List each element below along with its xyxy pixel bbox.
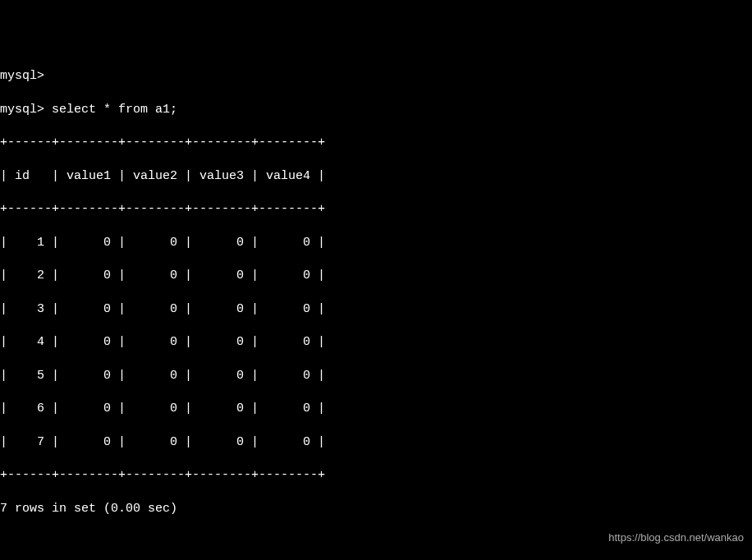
table-row: | 2 | 0 | 0 | 0 | 0 | (0, 268, 752, 284)
table1-summary: 7 rows in set (0.00 sec) (0, 501, 752, 517)
table-row: | 5 | 0 | 0 | 0 | 0 | (0, 368, 752, 384)
table-row: | 4 | 0 | 0 | 0 | 0 | (0, 334, 752, 351)
table-row: | 7 | 0 | 0 | 0 | 0 | (0, 434, 752, 451)
table-row: | 3 | 0 | 0 | 0 | 0 | (0, 301, 752, 318)
table1-border-mid: +------+--------+--------+--------+-----… (0, 201, 752, 218)
table-row: | 6 | 0 | 0 | 0 | 0 | (0, 401, 752, 417)
prompt-line-empty: mysql> (0, 68, 752, 85)
table-row: | 1 | 0 | 0 | 0 | 0 | (0, 235, 752, 251)
watermark: https://blog.csdn.net/wankao (608, 530, 744, 545)
table1-header: | id | value1 | value2 | value3 | value4… (0, 168, 752, 185)
table1-border-top: +------+--------+--------+--------+-----… (0, 135, 752, 151)
sql-query: select * from a1; (52, 103, 177, 117)
table1-border-bot: +------+--------+--------+--------+-----… (0, 467, 752, 484)
query1-line[interactable]: mysql> select * from a1; (0, 102, 752, 118)
